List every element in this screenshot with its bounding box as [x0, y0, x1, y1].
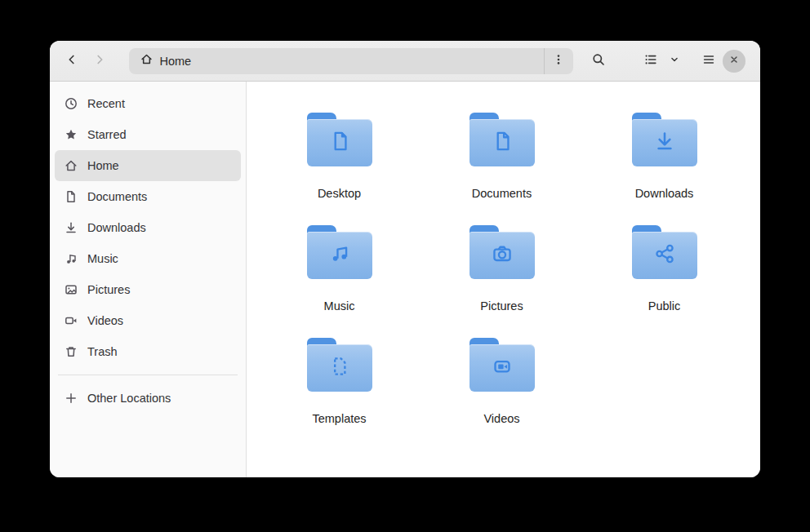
trash-icon — [65, 345, 78, 358]
path-label: Home — [159, 55, 191, 68]
file-label: Music — [324, 299, 355, 313]
video-camera-emblem-icon — [488, 352, 516, 383]
files-window: Home — [50, 41, 760, 477]
forward-button[interactable] — [86, 47, 113, 75]
folder-icon — [470, 225, 535, 279]
path-menu-button[interactable] — [544, 48, 573, 74]
sidebar-item-label: Home — [87, 159, 119, 172]
folder-icon — [632, 113, 697, 166]
file-item-music[interactable]: Music — [258, 225, 421, 338]
view-options-dropdown[interactable] — [665, 47, 684, 75]
sidebar-item-trash[interactable]: Trash — [55, 336, 241, 367]
chevron-down-icon — [669, 54, 680, 68]
file-item-desktop[interactable]: Desktop — [258, 113, 421, 225]
file-label: Desktop — [318, 186, 361, 201]
sidebar-separator — [58, 375, 238, 375]
camera-emblem-icon — [488, 240, 516, 271]
file-label: Downloads — [635, 186, 694, 201]
close-button[interactable] — [723, 50, 745, 73]
file-item-downloads[interactable]: Downloads — [583, 113, 745, 225]
sidebar: Recent Starred Home Documents — [50, 82, 247, 477]
sidebar-item-label: Recent — [87, 97, 125, 110]
sidebar-item-label: Videos — [87, 314, 123, 327]
close-icon — [728, 54, 740, 68]
folder-icon — [307, 113, 372, 166]
music-notes-emblem-icon — [326, 240, 354, 271]
share-emblem-icon — [651, 240, 679, 271]
sidebar-item-videos[interactable]: Videos — [55, 305, 241, 336]
window-content: Recent Starred Home Documents — [50, 82, 760, 477]
image-icon — [65, 283, 78, 296]
sidebar-item-other-locations[interactable]: Other Locations — [55, 383, 241, 414]
sidebar-item-starred[interactable]: Starred — [55, 119, 241, 150]
file-label: Documents — [472, 186, 532, 201]
kebab-menu-icon — [552, 53, 565, 69]
path-bar[interactable]: Home — [129, 48, 572, 74]
folder-icon — [470, 113, 535, 166]
view-toggle-group — [637, 47, 684, 75]
file-label: Public — [648, 299, 681, 313]
sidebar-item-downloads[interactable]: Downloads — [55, 212, 241, 243]
document-emblem-icon — [488, 127, 516, 158]
sidebar-item-music[interactable]: Music — [55, 243, 241, 274]
file-label: Videos — [483, 411, 519, 426]
star-icon — [65, 128, 78, 141]
search-button[interactable] — [585, 47, 612, 75]
desktop-emblem-icon — [326, 127, 354, 158]
folder-icon — [632, 225, 697, 279]
document-icon — [65, 190, 78, 203]
sidebar-item-documents[interactable]: Documents — [55, 181, 241, 212]
sidebar-item-label: Pictures — [87, 283, 130, 296]
plus-icon — [65, 392, 78, 405]
file-grid: Desktop Documents — [247, 82, 760, 477]
sidebar-item-label: Starred — [87, 128, 127, 141]
main-menu-button[interactable] — [696, 47, 723, 75]
file-label: Pictures — [480, 299, 523, 313]
sidebar-item-label: Trash — [87, 345, 118, 358]
back-icon — [65, 53, 78, 69]
list-view-button[interactable] — [637, 47, 665, 75]
hamburger-menu-icon — [702, 53, 715, 69]
sidebar-item-pictures[interactable]: Pictures — [55, 274, 241, 305]
sidebar-item-label: Music — [87, 252, 118, 265]
home-icon — [65, 159, 78, 172]
folder-icon — [470, 338, 535, 392]
music-note-icon — [65, 252, 78, 265]
file-item-templates[interactable]: Templates — [258, 338, 421, 450]
sidebar-item-label: Other Locations — [87, 392, 171, 405]
home-icon — [140, 53, 153, 69]
file-item-public[interactable]: Public — [583, 225, 745, 338]
file-label: Templates — [312, 411, 366, 426]
sidebar-item-recent[interactable]: Recent — [55, 88, 241, 119]
folder-icon — [307, 338, 372, 392]
search-icon — [592, 53, 605, 69]
forward-icon — [93, 53, 106, 69]
sidebar-item-label: Downloads — [87, 221, 146, 234]
folder-icon — [307, 225, 372, 279]
file-item-videos[interactable]: Videos — [421, 338, 583, 450]
download-icon — [65, 221, 78, 234]
file-item-pictures[interactable]: Pictures — [421, 225, 583, 338]
list-view-icon — [644, 53, 657, 69]
clock-icon — [65, 97, 78, 110]
sidebar-item-label: Documents — [87, 190, 147, 203]
video-icon — [65, 314, 78, 327]
back-button[interactable] — [58, 47, 86, 75]
file-item-documents[interactable]: Documents — [421, 113, 583, 225]
header-bar: Home — [50, 41, 760, 82]
download-arrow-emblem-icon — [651, 127, 679, 158]
template-emblem-icon — [326, 352, 354, 383]
path-crumb-home[interactable]: Home — [129, 48, 543, 74]
sidebar-item-home[interactable]: Home — [55, 150, 241, 181]
